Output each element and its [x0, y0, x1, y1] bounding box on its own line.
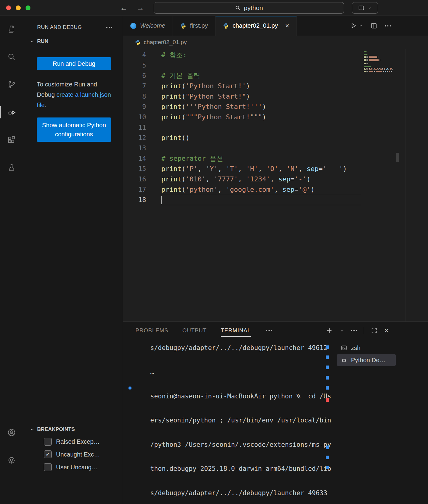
- sidebar-more-actions-button[interactable]: [106, 27, 112, 28]
- line-number: 5: [123, 60, 146, 71]
- code-line[interactable]: 7 print('Python Start!'): [123, 81, 428, 91]
- breakpoint-checkbox[interactable]: ✓: [44, 450, 52, 458]
- minimap-line: [364, 65, 393, 66]
- launch-profile-chevron-icon[interactable]: [340, 328, 344, 333]
- search-value: python: [244, 4, 263, 12]
- run-and-debug-sidebar: RUN AND DEBUG RUN Run and Debug To custo…: [23, 16, 123, 504]
- activity-search-button[interactable]: [4, 50, 19, 64]
- editor-tabs-bar: Welcome first.py chapter02_01.py ×: [123, 16, 428, 36]
- breakpoints-section: BREAKPOINTS Raised Excep… ✓ Uncaught Exc…: [23, 424, 123, 474]
- overview-ruler-mark: [326, 466, 329, 469]
- more-editor-actions-button[interactable]: [385, 25, 391, 26]
- code-line[interactable]: 13: [123, 143, 428, 153]
- tab-first-py[interactable]: first.py: [173, 16, 216, 36]
- panel-body: s/debugpy/adapter/../../debugpy/launcher…: [123, 339, 428, 504]
- panel-tab-terminal[interactable]: TERMINAL: [221, 322, 251, 339]
- window-controls: [0, 5, 30, 10]
- editor-viewport: 4 # 참조: 5 6 # 기본 출력 7 print('Python Star…: [123, 49, 428, 321]
- line-number: 10: [123, 112, 146, 122]
- terminal-line: …: [135, 360, 331, 384]
- activity-extensions-button[interactable]: [4, 133, 19, 147]
- code-line[interactable]: 12 print(): [123, 133, 428, 143]
- terminal-line-text: …: [150, 368, 154, 376]
- run-and-debug-button[interactable]: Run and Debug: [37, 57, 111, 70]
- breakpoints-section-label: BREAKPOINTS: [37, 426, 75, 432]
- code-text: print("""Python Start!"""): [146, 112, 266, 122]
- minimap-line: [364, 68, 393, 69]
- code-line[interactable]: 15 print('P', 'Y', 'T', 'H', 'O', 'N', s…: [123, 164, 428, 174]
- new-terminal-icon[interactable]: [326, 327, 333, 334]
- minimize-window-button[interactable]: [16, 5, 21, 10]
- breakpoint-row[interactable]: User Uncaug…: [23, 461, 123, 474]
- accounts-button[interactable]: [4, 425, 19, 440]
- minimap[interactable]: [364, 51, 393, 74]
- breakpoint-row[interactable]: ✓ Uncaught Exc…: [23, 448, 123, 461]
- zoom-window-button[interactable]: [26, 5, 30, 10]
- activity-explorer-button[interactable]: [4, 22, 19, 37]
- editor-actions: [350, 16, 391, 36]
- code-line[interactable]: 17 print('python', 'google.com', sep='@'…: [123, 184, 428, 195]
- forward-button[interactable]: →: [136, 3, 144, 13]
- terminal-instance-zsh[interactable]: zsh: [337, 342, 396, 354]
- python-icon: [135, 40, 141, 45]
- terminal-line-text: s/debugpy/adapter/../../debugpy/launcher…: [150, 344, 328, 352]
- panel-tab-output[interactable]: OUTPUT: [182, 322, 207, 339]
- code-line[interactable]: 8 print("Python Start!"): [123, 91, 428, 102]
- breakpoint-checkbox[interactable]: [44, 463, 52, 471]
- overview-ruler-mark: [326, 456, 329, 459]
- layout-control-button[interactable]: [352, 2, 378, 14]
- panel-views-more-button[interactable]: [266, 330, 272, 331]
- close-window-button[interactable]: [6, 5, 11, 10]
- terminal-instance-python-debug[interactable]: Python De…: [337, 354, 396, 366]
- line-number: 15: [123, 164, 146, 174]
- line-number: 18: [123, 195, 146, 205]
- show-automatic-python-configurations-button[interactable]: Show automatic Python configurations: [37, 117, 111, 142]
- maximize-panel-icon[interactable]: [371, 327, 377, 334]
- code-line[interactable]: 16 print('010', '7777', '1234', sep='-'): [123, 174, 428, 184]
- code-line[interactable]: 11: [123, 122, 428, 133]
- editor-cursor: [161, 196, 162, 204]
- panel-actions-divider: [364, 327, 364, 334]
- code-text: print('P', 'Y', 'T', 'H', 'O', 'N', sep=…: [146, 164, 347, 174]
- breadcrumb[interactable]: chapter02_01.py: [123, 36, 428, 49]
- command-decoration-success[interactable]: [128, 387, 132, 390]
- settings-button[interactable]: [4, 453, 19, 467]
- search-icon: [7, 52, 16, 61]
- breakpoint-checkbox[interactable]: [44, 438, 52, 446]
- minimap-line: [364, 59, 393, 60]
- close-panel-icon[interactable]: ×: [384, 327, 389, 334]
- terminal-line: thon.debugpy-2025.18.0-darwin-arm64/bund…: [135, 457, 331, 481]
- code-line[interactable]: 14 # seperator 옵션: [123, 153, 428, 164]
- panel-tab-problems[interactable]: PROBLEMS: [135, 322, 168, 339]
- scrollbar-thumb[interactable]: [396, 153, 399, 162]
- code-line[interactable]: 10 print("""Python Start!"""): [123, 112, 428, 122]
- line-number: 17: [123, 184, 146, 195]
- run-python-file-button[interactable]: [350, 22, 363, 30]
- tab-label: chapter02_01.py: [233, 22, 278, 29]
- split-editor-icon[interactable]: [370, 22, 377, 30]
- terminal-line: /python3 /Users/seonin/.vscode/extension…: [135, 432, 331, 457]
- back-button[interactable]: ←: [120, 3, 128, 13]
- line-number: 14: [123, 153, 146, 164]
- code-line[interactable]: 18: [123, 195, 428, 205]
- activity-source-control-button[interactable]: [4, 77, 19, 92]
- customize-hint-text: To customize Run and Debug create a laun…: [37, 79, 113, 110]
- command-center-search[interactable]: python: [154, 2, 344, 14]
- close-tab-icon[interactable]: ×: [285, 23, 289, 29]
- overview-ruler-mark: [326, 345, 329, 349]
- chevron-down-icon: [30, 427, 35, 432]
- vscode-window: ← → python: [0, 0, 428, 504]
- terminal-line-text: ers/seonin/python ; /usr/bin/env /usr/lo…: [150, 417, 331, 424]
- tab-welcome[interactable]: Welcome: [123, 16, 173, 36]
- breakpoint-row[interactable]: Raised Excep…: [23, 435, 123, 448]
- code-line[interactable]: 9 print('''Python Start!'''): [123, 102, 428, 112]
- activity-run-and-debug-button[interactable]: [4, 105, 19, 120]
- code-text: [146, 143, 161, 153]
- code-text: # 참조:: [146, 50, 187, 60]
- breadcrumb-file: chapter02_01.py: [144, 39, 187, 46]
- panel-more-actions-button[interactable]: [351, 330, 357, 331]
- activity-testing-button[interactable]: [4, 160, 19, 175]
- run-section-header[interactable]: RUN: [30, 38, 48, 44]
- breakpoints-section-header[interactable]: BREAKPOINTS: [23, 424, 123, 435]
- tab-chapter02-01-py[interactable]: chapter02_01.py ×: [216, 16, 297, 36]
